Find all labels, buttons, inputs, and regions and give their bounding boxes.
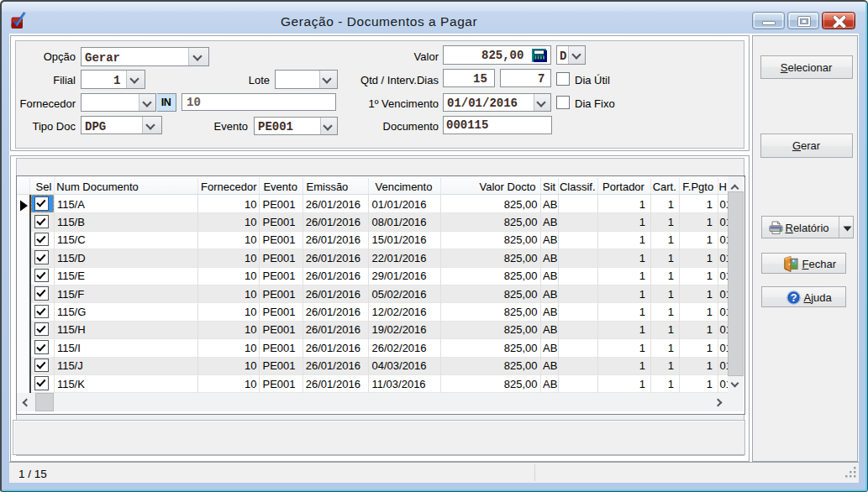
svg-text:?: ? [790,292,797,304]
